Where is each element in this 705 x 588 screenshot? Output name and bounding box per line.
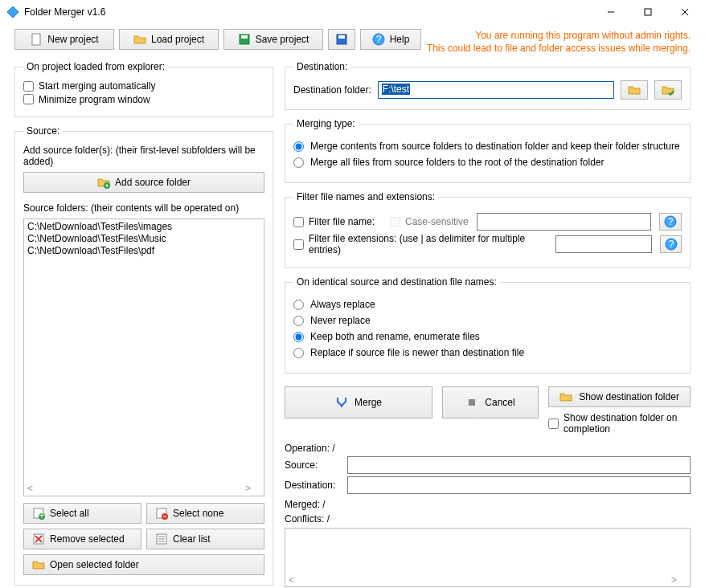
minimize-window-checkbox[interactable]: Minimize program window [23,94,150,105]
svg-rect-2 [645,9,651,15]
filter-name-input[interactable] [477,213,651,231]
svg-text:?: ? [668,239,674,250]
select-all-button[interactable]: + Select all [23,503,141,524]
maximize-button[interactable] [629,0,666,24]
browse-destination-button[interactable] [621,80,648,100]
filter-ext-help-button[interactable]: ? [660,235,682,253]
identical-legend: On identical source and destination file… [293,276,500,288]
window-title: Folder Merger v1.6 [24,6,592,18]
list-item[interactable]: C:\NetDownload\TestFiles\images [27,221,260,233]
destination-folder-input[interactable]: F:\test [378,81,614,99]
source-group: Source: Add source folder(s): (their fir… [14,125,273,586]
operation-label: Operation: / [285,443,691,454]
load-project-button[interactable]: Load project [119,29,219,50]
new-project-button[interactable]: New project [14,29,114,50]
destination-group: Destination: Destination folder: F:\test [285,61,691,110]
filter-ext-input[interactable] [555,235,652,253]
list-item[interactable]: C:\NetDownload\TestFiles\pdf [27,245,260,257]
floppy-alt-icon [335,33,348,46]
keep-both-radio[interactable]: Keep both and rename, enumerate files [293,331,682,342]
destination-label: Destination folder: [293,84,371,96]
filter-name-help-button[interactable]: ? [659,213,682,231]
open-selected-folder-button[interactable]: Open selected folder [23,554,264,575]
destination-status-field [347,476,691,494]
identical-group: On identical source and destination file… [285,276,691,374]
merged-label: Merged: / [285,499,691,510]
filter-group: Filter file names and extensions: Filter… [285,191,691,268]
scroll-hint: <> [289,574,677,586]
add-source-folder-button[interactable]: Add source folder [23,172,264,193]
load-project-label: Load project [151,34,204,45]
svg-rect-32 [469,399,475,406]
stop-icon [465,396,478,409]
new-project-label: New project [47,34,98,45]
help-icon: ? [372,33,385,46]
case-sensitive-checkbox[interactable]: Case-sensitive [390,216,469,227]
filter-ext-checkbox[interactable]: Filter file extensions: (use | as delimi… [293,233,547,255]
select-none-button[interactable]: Select none [146,503,264,524]
admin-warning: You are running this program without adm… [427,29,691,55]
clear-icon [155,533,168,545]
folder-icon [559,390,572,403]
minimize-button[interactable] [592,0,629,24]
help-icon: ? [664,215,677,228]
always-replace-radio[interactable]: Always replace [293,299,682,310]
merging-type-legend: Merging type: [293,118,359,129]
svg-text:?: ? [375,34,381,45]
save-project-label: Save project [256,34,309,45]
replace-if-newer-radio[interactable]: Replace if source file is newer than des… [293,347,682,358]
help-icon: ? [665,238,678,251]
source-list-label: Source folders: (their contents will be … [23,202,264,214]
merge-to-root-radio[interactable]: Merge all files from source folders to t… [293,157,682,168]
filter-name-checkbox[interactable]: Filter file name: [293,216,382,227]
app-icon [6,6,19,18]
source-status-label: Source: [285,459,341,471]
merge-keep-structure-radio[interactable]: Merge contents from source folders to de… [293,141,682,152]
help-button[interactable]: ? Help [360,29,421,50]
on-load-legend: On project loaded from explorer: [23,61,168,72]
svg-rect-7 [241,35,248,39]
source-status-field [347,456,691,474]
destination-status-label: Destination: [285,480,341,491]
merge-button[interactable]: Merge [285,386,432,419]
add-source-label: Add source folder [115,177,191,188]
remove-selected-button[interactable]: Remove selected [23,529,141,549]
save-as-button[interactable] [328,29,355,50]
cancel-button[interactable]: Cancel [442,386,539,419]
folder-add-icon [97,176,110,189]
scroll-hint: <> [27,483,251,495]
svg-rect-9 [338,35,345,39]
help-label: Help [390,34,410,45]
merge-icon [335,396,348,409]
confirm-destination-button[interactable] [654,80,682,100]
select-none-icon [155,507,168,520]
svg-text:?: ? [668,216,674,227]
conflicts-label: Conflicts: / [285,513,691,525]
warning-line1: You are running this program without adm… [427,29,691,42]
floppy-icon [238,33,251,46]
on-load-group: On project loaded from explorer: Start m… [14,61,273,117]
add-source-hint: Add source folder(s): (their first-level… [23,145,264,167]
document-icon [30,33,43,46]
list-item[interactable]: C:\NetDownload\TestFiles\Music [27,233,260,245]
filter-legend: Filter file names and extensions: [293,191,438,202]
warning-line2: This could lead to file and folder acces… [427,42,691,55]
svg-text:+: + [39,510,44,520]
select-all-icon: + [32,507,45,520]
clear-list-button[interactable]: Clear list [146,529,264,549]
never-replace-radio[interactable]: Never replace [293,315,682,326]
svg-marker-0 [7,6,18,18]
folder-open-icon [133,33,146,46]
toolbar: New project Load project Save project ? … [14,29,691,55]
start-merging-checkbox[interactable]: Start merging automatically [23,80,155,92]
folder-icon [628,84,641,96]
save-project-button[interactable]: Save project [223,29,323,50]
source-folders-list[interactable]: C:\NetDownload\TestFiles\images C:\NetDo… [23,218,264,496]
show-on-completion-checkbox[interactable]: Show destination folder on completion [548,412,691,435]
folder-icon [32,558,45,571]
svg-rect-5 [32,34,40,45]
destination-legend: Destination: [293,61,350,72]
show-destination-button[interactable]: Show destination folder [548,386,691,407]
close-button[interactable] [666,0,703,24]
conflicts-log[interactable]: <> [285,528,691,587]
